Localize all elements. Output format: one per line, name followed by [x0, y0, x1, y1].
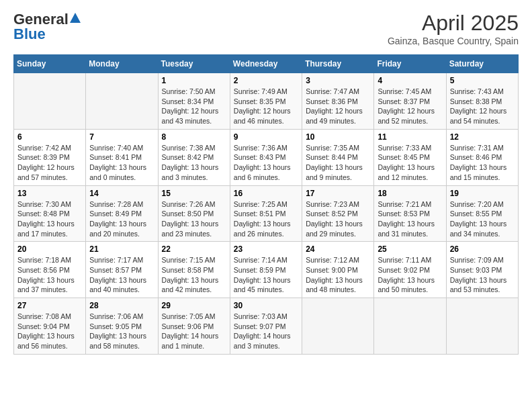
day-number: 8 — [162, 132, 226, 142]
day-info: Sunrise: 7:30 AM Sunset: 8:48 PM Dayligh… — [17, 199, 82, 239]
day-info: Sunrise: 7:31 AM Sunset: 8:46 PM Dayligh… — [450, 143, 515, 183]
day-info: Sunrise: 7:17 AM Sunset: 8:57 PM Dayligh… — [89, 255, 154, 295]
day-info: Sunrise: 7:08 AM Sunset: 9:04 PM Dayligh… — [17, 312, 82, 351]
calendar-cell: 6Sunrise: 7:42 AM Sunset: 8:39 PM Daylig… — [14, 129, 86, 185]
day-info: Sunrise: 7:42 AM Sunset: 8:39 PM Dayligh… — [17, 143, 82, 183]
day-number: 28 — [89, 301, 154, 310]
calendar-cell — [446, 298, 518, 355]
calendar-cell: 5Sunrise: 7:43 AM Sunset: 8:38 PM Daylig… — [446, 73, 518, 130]
day-number: 22 — [162, 244, 226, 254]
logo: General Blue — [13, 11, 81, 43]
calendar-week: 1Sunrise: 7:50 AM Sunset: 8:34 PM Daylig… — [14, 73, 519, 130]
calendar-cell: 21Sunrise: 7:17 AM Sunset: 8:57 PM Dayli… — [86, 242, 158, 298]
day-number: 4 — [378, 76, 442, 85]
day-header: Thursday — [302, 55, 374, 73]
calendar-cell: 29Sunrise: 7:05 AM Sunset: 9:06 PM Dayli… — [158, 298, 230, 355]
day-info: Sunrise: 7:20 AM Sunset: 8:55 PM Dayligh… — [450, 199, 515, 239]
day-info: Sunrise: 7:03 AM Sunset: 9:07 PM Dayligh… — [234, 312, 298, 351]
day-header: Friday — [374, 55, 446, 73]
day-info: Sunrise: 7:43 AM Sunset: 8:38 PM Dayligh… — [450, 87, 515, 126]
day-info: Sunrise: 7:21 AM Sunset: 8:53 PM Dayligh… — [378, 199, 442, 239]
day-number: 26 — [450, 244, 515, 254]
calendar-cell: 10Sunrise: 7:35 AM Sunset: 8:44 PM Dayli… — [302, 129, 374, 185]
day-info: Sunrise: 7:49 AM Sunset: 8:35 PM Dayligh… — [234, 87, 298, 126]
calendar-cell: 24Sunrise: 7:12 AM Sunset: 9:00 PM Dayli… — [302, 242, 374, 298]
day-number: 21 — [89, 244, 154, 254]
day-number: 9 — [234, 132, 298, 142]
day-header: Sunday — [14, 55, 86, 73]
title-block: April 2025 Gainza, Basque Country, Spain — [388, 11, 519, 46]
calendar-cell: 4Sunrise: 7:45 AM Sunset: 8:37 PM Daylig… — [374, 73, 446, 130]
day-info: Sunrise: 7:45 AM Sunset: 8:37 PM Dayligh… — [378, 87, 442, 126]
day-info: Sunrise: 7:38 AM Sunset: 8:42 PM Dayligh… — [162, 143, 226, 183]
day-info: Sunrise: 7:14 AM Sunset: 8:59 PM Dayligh… — [234, 255, 298, 295]
calendar-cell: 3Sunrise: 7:47 AM Sunset: 8:36 PM Daylig… — [302, 73, 374, 130]
day-number: 3 — [306, 76, 370, 85]
day-info: Sunrise: 7:18 AM Sunset: 8:56 PM Dayligh… — [17, 255, 82, 295]
day-number: 2 — [234, 76, 298, 85]
calendar-cell: 27Sunrise: 7:08 AM Sunset: 9:04 PM Dayli… — [14, 298, 86, 355]
calendar-cell: 18Sunrise: 7:21 AM Sunset: 8:53 PM Dayli… — [374, 185, 446, 242]
calendar-cell: 20Sunrise: 7:18 AM Sunset: 8:56 PM Dayli… — [14, 242, 86, 298]
day-info: Sunrise: 7:23 AM Sunset: 8:52 PM Dayligh… — [306, 199, 370, 239]
day-info: Sunrise: 7:40 AM Sunset: 8:41 PM Dayligh… — [89, 143, 154, 183]
calendar-cell: 13Sunrise: 7:30 AM Sunset: 8:48 PM Dayli… — [14, 185, 86, 242]
day-info: Sunrise: 7:28 AM Sunset: 8:49 PM Dayligh… — [89, 199, 154, 239]
calendar-cell: 14Sunrise: 7:28 AM Sunset: 8:49 PM Dayli… — [86, 185, 158, 242]
calendar-week: 20Sunrise: 7:18 AM Sunset: 8:56 PM Dayli… — [14, 242, 519, 298]
calendar-cell: 19Sunrise: 7:20 AM Sunset: 8:55 PM Dayli… — [446, 185, 518, 242]
day-number: 20 — [17, 244, 82, 254]
day-number: 11 — [378, 132, 442, 142]
calendar-cell: 28Sunrise: 7:06 AM Sunset: 9:05 PM Dayli… — [86, 298, 158, 355]
svg-marker-0 — [70, 13, 81, 23]
day-number: 7 — [89, 132, 154, 142]
day-number: 17 — [306, 189, 370, 198]
calendar-cell: 22Sunrise: 7:15 AM Sunset: 8:58 PM Dayli… — [158, 242, 230, 298]
day-header: Tuesday — [158, 55, 230, 73]
calendar-cell: 7Sunrise: 7:40 AM Sunset: 8:41 PM Daylig… — [86, 129, 158, 185]
calendar-cell: 26Sunrise: 7:09 AM Sunset: 9:03 PM Dayli… — [446, 242, 518, 298]
day-info: Sunrise: 7:06 AM Sunset: 9:05 PM Dayligh… — [89, 312, 154, 351]
day-number: 13 — [17, 189, 82, 198]
day-header: Wednesday — [230, 55, 302, 73]
calendar-cell: 2Sunrise: 7:49 AM Sunset: 8:35 PM Daylig… — [230, 73, 302, 130]
day-number: 6 — [17, 132, 82, 142]
calendar-cell: 1Sunrise: 7:50 AM Sunset: 8:34 PM Daylig… — [158, 73, 230, 130]
day-number: 24 — [306, 244, 370, 254]
day-info: Sunrise: 7:33 AM Sunset: 8:45 PM Dayligh… — [378, 143, 442, 183]
logo-icon — [69, 12, 81, 24]
calendar-cell — [302, 298, 374, 355]
calendar-cell: 12Sunrise: 7:31 AM Sunset: 8:46 PM Dayli… — [446, 129, 518, 185]
day-number: 5 — [450, 76, 515, 85]
day-info: Sunrise: 7:36 AM Sunset: 8:43 PM Dayligh… — [234, 143, 298, 183]
calendar-cell: 15Sunrise: 7:26 AM Sunset: 8:50 PM Dayli… — [158, 185, 230, 242]
calendar-cell: 25Sunrise: 7:11 AM Sunset: 9:02 PM Dayli… — [374, 242, 446, 298]
day-info: Sunrise: 7:26 AM Sunset: 8:50 PM Dayligh… — [162, 199, 226, 239]
day-info: Sunrise: 7:25 AM Sunset: 8:51 PM Dayligh… — [234, 199, 298, 239]
day-number: 23 — [234, 244, 298, 254]
day-info: Sunrise: 7:12 AM Sunset: 9:00 PM Dayligh… — [306, 255, 370, 295]
day-number: 25 — [378, 244, 442, 254]
day-info: Sunrise: 7:05 AM Sunset: 9:06 PM Dayligh… — [162, 312, 226, 351]
calendar-week: 6Sunrise: 7:42 AM Sunset: 8:39 PM Daylig… — [14, 129, 519, 185]
calendar-table: SundayMondayTuesdayWednesdayThursdayFrid… — [13, 54, 519, 355]
calendar-cell — [86, 73, 158, 130]
location: Gainza, Basque Country, Spain — [388, 36, 519, 46]
calendar-cell: 16Sunrise: 7:25 AM Sunset: 8:51 PM Dayli… — [230, 185, 302, 242]
day-number: 12 — [450, 132, 515, 142]
day-number: 16 — [234, 189, 298, 198]
day-info: Sunrise: 7:11 AM Sunset: 9:02 PM Dayligh… — [378, 255, 442, 295]
calendar-cell: 23Sunrise: 7:14 AM Sunset: 8:59 PM Dayli… — [230, 242, 302, 298]
calendar-cell: 17Sunrise: 7:23 AM Sunset: 8:52 PM Dayli… — [302, 185, 374, 242]
calendar-week: 13Sunrise: 7:30 AM Sunset: 8:48 PM Dayli… — [14, 185, 519, 242]
calendar-week: 27Sunrise: 7:08 AM Sunset: 9:04 PM Dayli… — [14, 298, 519, 355]
day-number: 19 — [450, 189, 515, 198]
calendar-cell — [14, 73, 86, 130]
main-container: General Blue April 2025 Gainza, Basque C… — [0, 0, 532, 365]
calendar-cell: 8Sunrise: 7:38 AM Sunset: 8:42 PM Daylig… — [158, 129, 230, 185]
day-number: 29 — [162, 301, 226, 310]
header: General Blue April 2025 Gainza, Basque C… — [13, 11, 519, 46]
calendar-cell: 11Sunrise: 7:33 AM Sunset: 8:45 PM Dayli… — [374, 129, 446, 185]
calendar-cell: 30Sunrise: 7:03 AM Sunset: 9:07 PM Dayli… — [230, 298, 302, 355]
header-row: SundayMondayTuesdayWednesdayThursdayFrid… — [14, 55, 519, 73]
